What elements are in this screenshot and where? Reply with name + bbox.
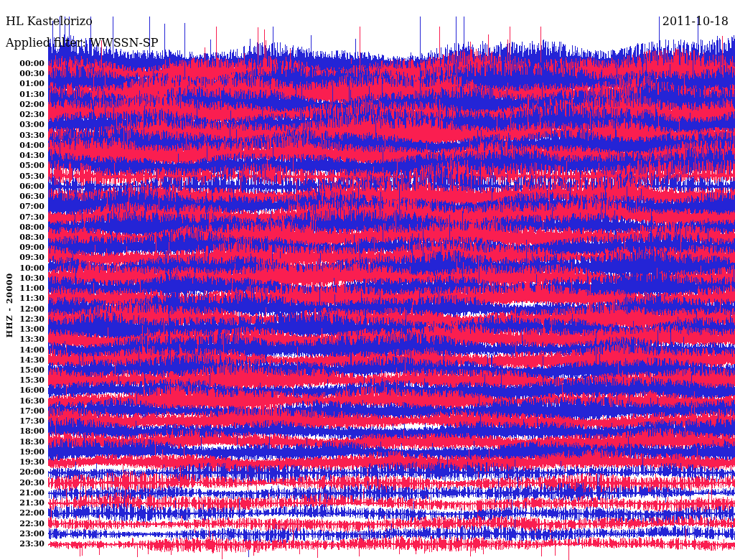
time-label: 01:30 — [0, 90, 45, 99]
time-label: 21:30 — [0, 499, 45, 508]
time-label: 05:00 — [0, 162, 45, 170]
time-label: 23:00 — [0, 530, 45, 538]
time-label: 23:30 — [0, 540, 45, 549]
time-label: 06:30 — [0, 192, 45, 201]
time-label: 14:00 — [0, 346, 45, 355]
time-label: 15:00 — [0, 366, 45, 375]
date-label: 2011-10-18 — [663, 14, 729, 28]
filter-label: Applied filter: WWSSN-SP — [6, 36, 159, 50]
time-label: 05:30 — [0, 172, 45, 181]
time-label: 14:30 — [0, 356, 45, 365]
time-label: 19:30 — [0, 458, 45, 467]
time-label: 01:00 — [0, 80, 45, 88]
time-label: 10:00 — [0, 264, 45, 273]
time-label: 08:00 — [0, 223, 45, 232]
time-label: 20:30 — [0, 479, 45, 487]
time-label: 15:30 — [0, 376, 45, 385]
time-label: 16:00 — [0, 386, 45, 395]
time-label: 09:00 — [0, 243, 45, 252]
y-axis-label: HHZ - 20000 — [5, 273, 14, 337]
time-label: 02:00 — [0, 101, 45, 109]
time-label: 16:30 — [0, 397, 45, 406]
time-label: 00:30 — [0, 70, 45, 78]
time-label: 09:30 — [0, 253, 45, 262]
time-label: 02:30 — [0, 111, 45, 119]
time-label: 04:30 — [0, 151, 45, 160]
time-label: 04:00 — [0, 141, 45, 150]
time-label: 22:30 — [0, 520, 45, 528]
time-label: 18:00 — [0, 427, 45, 436]
time-label: 18:30 — [0, 438, 45, 447]
time-label: 17:30 — [0, 417, 45, 426]
time-label: 07:30 — [0, 213, 45, 222]
time-label: 07:00 — [0, 202, 45, 211]
station-title: HL Kastelorizo — [6, 14, 93, 28]
time-label: 21:00 — [0, 489, 45, 498]
seismogram-canvas — [0, 0, 735, 560]
helicorder-view: HL Kastelorizo Applied filter: WWSSN-SP … — [0, 0, 735, 560]
time-label: 20:00 — [0, 468, 45, 477]
time-label: 03:00 — [0, 121, 45, 129]
time-label: 03:30 — [0, 131, 45, 140]
time-label: 00:00 — [0, 60, 45, 68]
time-label: 17:00 — [0, 407, 45, 416]
time-label: 08:30 — [0, 233, 45, 242]
time-label: 19:00 — [0, 448, 45, 457]
time-label: 22:00 — [0, 509, 45, 518]
time-label: 06:00 — [0, 182, 45, 191]
